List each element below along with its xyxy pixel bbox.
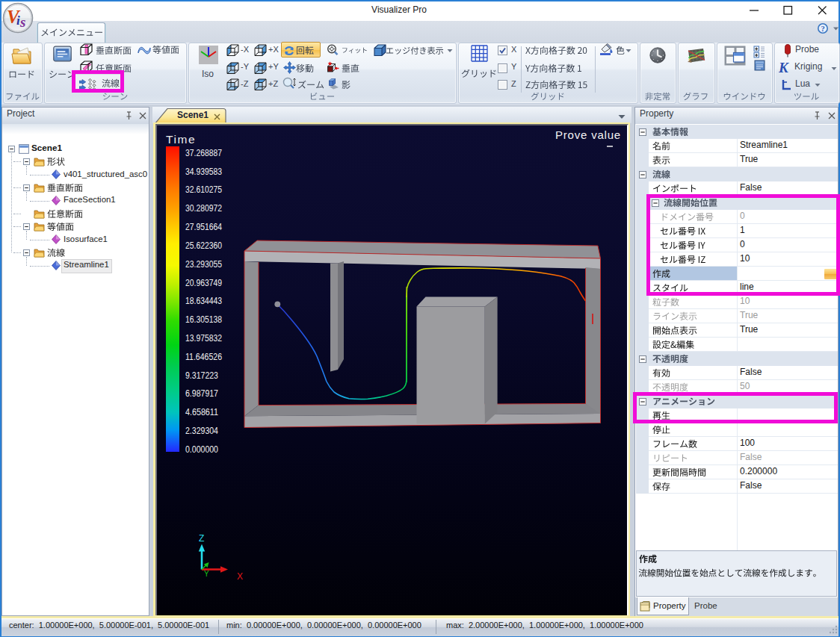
svg-text:37.268887: 37.268887 (185, 147, 222, 158)
svg-text:X: X (237, 571, 243, 582)
svg-text:34.939583: 34.939583 (185, 166, 222, 177)
svg-text:Z: Z (199, 533, 204, 544)
svg-text:6.987917: 6.987917 (185, 388, 218, 399)
svg-text:9.317223: 9.317223 (185, 370, 218, 381)
svg-text:32.610275: 32.610275 (185, 184, 222, 195)
svg-text:11.646526: 11.646526 (185, 351, 222, 362)
svg-text:25.622360: 25.622360 (185, 240, 222, 251)
svg-text:16.305138: 16.305138 (185, 314, 222, 325)
svg-text:27.951664: 27.951664 (185, 221, 222, 232)
svg-text:30.280972: 30.280972 (185, 202, 222, 214)
svg-text:?: ? (821, 25, 824, 33)
svg-text:23.293055: 23.293055 (185, 258, 222, 270)
svg-text:Prove value: Prove value (555, 128, 621, 141)
svg-text:s: s (19, 14, 25, 30)
svg-text:K: K (779, 62, 789, 75)
svg-text:Y: Y (204, 570, 209, 578)
svg-text:0.000000: 0.000000 (185, 444, 218, 455)
svg-text:13.975832: 13.975832 (185, 332, 222, 344)
svg-text:Time: Time (166, 133, 196, 146)
svg-text:18.634443: 18.634443 (185, 295, 222, 306)
svg-text:2.329304: 2.329304 (185, 425, 218, 436)
svg-text:20.963749: 20.963749 (185, 277, 222, 288)
svg-text:4.658611: 4.658611 (185, 406, 218, 417)
